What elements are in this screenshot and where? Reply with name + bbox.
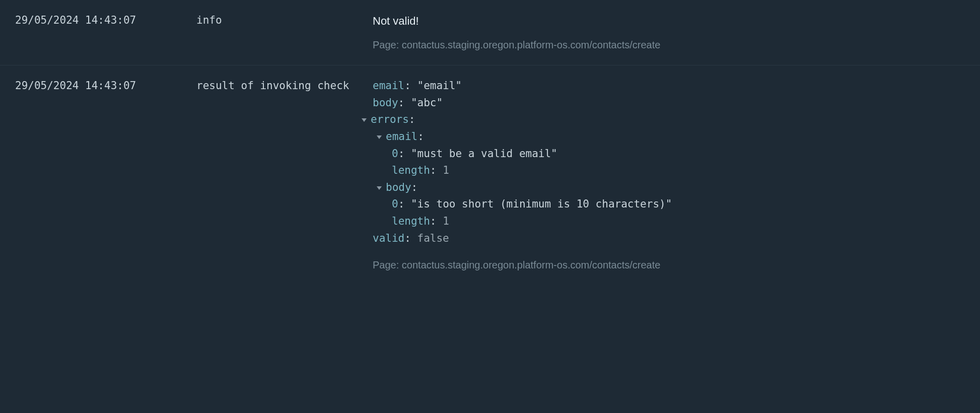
value: "must be a valid email" xyxy=(411,148,557,160)
value: 1 xyxy=(443,215,449,227)
data-line-errors-email-0: 0: "must be a valid email" xyxy=(362,146,980,163)
tree-node-errors-email[interactable]: email: xyxy=(362,128,980,146)
tree-node-errors-body[interactable]: body: xyxy=(362,179,980,196)
key: 0 xyxy=(392,148,398,160)
key: email xyxy=(373,80,404,92)
timestamp: 29/05/2024 14:43:07 xyxy=(15,12,196,29)
data-line-errors-email-length: length: 1 xyxy=(362,162,980,179)
timestamp: 29/05/2024 14:43:07 xyxy=(15,78,196,95)
data-line-email: email: "email" xyxy=(373,78,980,95)
data-line-errors-body-0: 0: "is too short (minimum is 10 characte… xyxy=(362,196,980,213)
tree-node-errors[interactable]: errors: xyxy=(362,111,980,128)
key: body xyxy=(386,181,411,193)
log-message: Not valid! xyxy=(373,12,980,30)
data-line-errors-body-length: length: 1 xyxy=(362,213,980,230)
key: length xyxy=(392,215,430,227)
value: false xyxy=(417,232,449,244)
colon: : xyxy=(430,164,443,176)
page-url: Page: contactus.staging.oregon.platform-… xyxy=(373,257,980,273)
log-row: 29/05/2024 14:43:07 result of invoking c… xyxy=(0,65,980,285)
caret-down-icon xyxy=(362,118,367,122)
colon: : xyxy=(398,198,411,210)
key: length xyxy=(392,164,430,176)
colon: : xyxy=(411,181,418,193)
colon: : xyxy=(398,148,411,160)
key: valid xyxy=(373,232,404,244)
page-prefix: Page: xyxy=(373,39,402,50)
colon: : xyxy=(417,130,424,143)
page-prefix: Page: xyxy=(373,259,402,270)
value: 1 xyxy=(443,164,449,176)
log-content: email: "email" body: "abc" errors: email… xyxy=(373,78,980,273)
log-label: result of invoking check xyxy=(196,78,373,95)
log-row: 29/05/2024 14:43:07 info Not valid! Page… xyxy=(0,0,980,65)
page-url: Page: contactus.staging.oregon.platform-… xyxy=(373,37,980,53)
page-value: contactus.staging.oregon.platform-os.com… xyxy=(402,39,661,50)
colon: : xyxy=(404,232,417,244)
key: 0 xyxy=(392,198,398,210)
data-line-valid: valid: false xyxy=(373,230,980,247)
page-value: contactus.staging.oregon.platform-os.com… xyxy=(402,259,661,270)
data-line-body: body: "abc" xyxy=(373,95,980,112)
log-label: info xyxy=(196,12,373,29)
colon: : xyxy=(398,97,411,109)
key: email xyxy=(386,130,417,143)
colon: : xyxy=(409,113,415,125)
log-content: Not valid! Page: contactus.staging.orego… xyxy=(373,12,980,53)
value: "email" xyxy=(417,80,462,92)
colon: : xyxy=(404,80,417,92)
colon: : xyxy=(430,215,443,227)
caret-down-icon xyxy=(377,186,382,190)
key: body xyxy=(373,97,398,109)
value: "is too short (minimum is 10 characters)… xyxy=(411,198,672,210)
caret-down-icon xyxy=(377,135,382,139)
value: "abc" xyxy=(411,97,443,109)
key: errors xyxy=(371,113,409,125)
